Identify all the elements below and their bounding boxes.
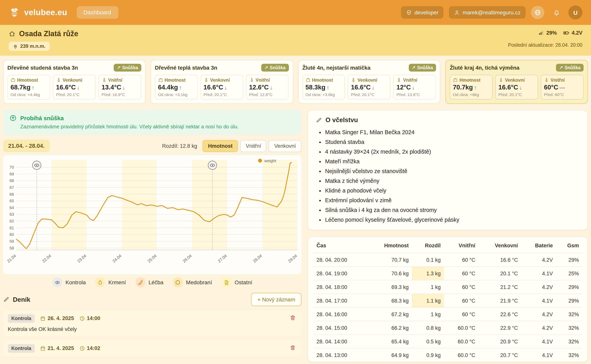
- bee-logo-icon: [9, 6, 20, 18]
- date-range-pill[interactable]: 21.04. - 28.04.: [3, 140, 50, 152]
- metric-icon: [351, 77, 356, 82]
- user-email: marek@realtimeguru.cz: [463, 9, 521, 16]
- metric-sub: Od rána: +3.1kg: [158, 92, 195, 97]
- flow-badge: ↗ Snůška: [556, 64, 584, 72]
- svg-text:27.04: 27.04: [217, 253, 228, 263]
- home-icon: [9, 30, 16, 37]
- svg-text:69: 69: [10, 172, 14, 176]
- hive-name: Dřevěné teplá stavba 3n: [155, 65, 217, 71]
- svg-text:25.04: 25.04: [147, 253, 157, 263]
- metric-value: 16.6°C: [56, 84, 76, 91]
- legend-label: Léčba: [148, 279, 163, 286]
- trend-arrow-icon: ↓: [224, 84, 227, 91]
- droplet-icon: [95, 277, 105, 287]
- metric-value: 12°C: [396, 84, 411, 91]
- hive-cards: Dřevěné studená stavba 3n ↗ Snůška Hmotn…: [0, 56, 591, 105]
- weight-chart[interactable]: 5859606162636465666768697021.0422.0423.0…: [3, 155, 300, 274]
- hive-card[interactable]: Dřevěné studená stavba 3n ↗ Snůška Hmotn…: [3, 60, 146, 104]
- avatar[interactable]: U: [568, 6, 582, 20]
- calendar-icon: [40, 345, 46, 351]
- svg-text:65: 65: [10, 199, 14, 203]
- svg-text:29.04: 29.04: [287, 253, 298, 263]
- entry-date: 26. 4. 2025: [40, 315, 74, 321]
- trend-arrow-icon: ↑: [32, 84, 34, 91]
- hive-card[interactable]: Dřevěné teplá stavba 3n ↗ Snůška Hmotnos…: [151, 60, 293, 104]
- trend-arrow-icon: ↑: [179, 84, 182, 91]
- flow-badge: ↗ Snůška: [114, 64, 141, 72]
- language-button[interactable]: [531, 6, 544, 19]
- brand-name: velubee.eu: [24, 8, 67, 17]
- svg-text:62: 62: [10, 219, 14, 223]
- column-header: Baterie: [521, 238, 556, 253]
- toggle-venkovni[interactable]: Venkovní: [269, 140, 301, 152]
- about-item: Nejsilnější včelstvo ze stanoviště: [325, 166, 580, 176]
- user-email-badge[interactable]: marek@realtimeguru.cz: [449, 6, 526, 19]
- legend-label: Kontrola: [65, 279, 86, 286]
- new-entry-button[interactable]: + Nový záznam: [251, 293, 301, 306]
- delete-entry-button[interactable]: [289, 314, 297, 323]
- metric-label: Venkovní: [505, 78, 525, 82]
- metric-sub: Před: 20.1°C: [203, 92, 240, 97]
- trend-arrow-icon: —: [559, 84, 565, 91]
- table-row: 28. 04. 17:0068.3 kg1.1 kg60 °C21.9 °C4.…: [313, 294, 582, 307]
- entry-date: 21. 4. 2025: [40, 345, 74, 351]
- metric-box: Vnitřní 12.6°C ↓ Před: 12.8°C: [246, 75, 289, 100]
- metric-value: 60°C: [544, 84, 558, 91]
- metric-value: 68.7kg: [11, 84, 31, 91]
- column-header: Čas: [313, 238, 367, 253]
- syringe-icon: [135, 277, 145, 287]
- delete-entry-button[interactable]: [289, 344, 297, 353]
- flow-badge: ↗ Snůška: [409, 64, 436, 72]
- notifications-button[interactable]: [550, 6, 563, 19]
- column-header: Venkovní: [478, 238, 521, 253]
- about-item: Extrémní plodování v zimě: [325, 195, 580, 205]
- about-item: Léčeno pomocí kyseliny šťavelové, glycer…: [325, 215, 580, 224]
- svg-text:26.04: 26.04: [182, 253, 193, 263]
- journal-title: Deník: [13, 296, 30, 303]
- trend-up-icon: ↗: [117, 65, 121, 70]
- chart-controls: 21.04. - 28.04. Rozdíl: 12.8 kg Hmotnost…: [3, 140, 301, 152]
- svg-text:60: 60: [10, 232, 14, 237]
- hive-card[interactable]: Žluté kraj 4n, tichá výměna ↗ Snůška Hmo…: [446, 60, 588, 104]
- trash-icon: [290, 344, 296, 351]
- metric-label: Venkovní: [210, 78, 230, 82]
- svg-text:59: 59: [10, 239, 14, 243]
- svg-text:58: 58: [10, 246, 14, 250]
- svg-text:22.04: 22.04: [41, 253, 52, 263]
- metric-icon: [396, 77, 402, 82]
- journal-entries: Kontrola 26. 4. 2025 14:00 Kontrola vše …: [3, 310, 301, 357]
- entry-type-badge: Kontrola: [8, 344, 35, 352]
- last-update: Poslední aktualizace: 28.04. 20:00: [508, 42, 582, 48]
- hive-card[interactable]: Žluté 4n, nejstarší matička ↗ Snůška Hmo…: [298, 60, 441, 104]
- legend-label: Ostatní: [235, 279, 252, 286]
- column-header: Vnitřní: [444, 238, 478, 253]
- metric-label: Venkovní: [63, 78, 82, 82]
- nav-dashboard[interactable]: Dashboard: [76, 6, 118, 19]
- metric-label: Vnitřní: [403, 78, 417, 82]
- signal-stat: 29%: [538, 30, 557, 36]
- globe-icon: [534, 9, 541, 16]
- metric-box: Hmotnost 64.4kg ↑ Od rána: +3.1kg: [155, 75, 198, 100]
- flow-banner-title: Probíhá snůška: [20, 115, 64, 121]
- hive-name: Dřevěné studená stavba 3n: [7, 65, 78, 71]
- clock-icon: [80, 316, 85, 321]
- toggle-vnitrni[interactable]: Vnitřní: [240, 140, 267, 152]
- chart-area: 5859606162636465666768697021.0422.0423.0…: [3, 155, 301, 274]
- about-card: O včelstvu Matka Singer F1, Milan Bečka …: [308, 110, 588, 230]
- svg-text:64: 64: [10, 205, 14, 210]
- brand[interactable]: velubee.eu: [9, 6, 67, 18]
- battery-icon: [563, 30, 570, 36]
- person-icon: [454, 10, 460, 15]
- altitude-badge: 239 m.n.m.: [9, 42, 50, 51]
- pencil-icon: [3, 296, 9, 303]
- toggle-hmotnost[interactable]: Hmotnost: [203, 140, 238, 152]
- entry-time: 14:02: [80, 345, 100, 351]
- readings-table: ČasHmotnostRozdílVnitřníVenkovníBaterieG…: [313, 238, 582, 362]
- readings-card: ČasHmotnostRozdílVnitřníVenkovníBaterieG…: [308, 236, 588, 362]
- svg-text:23.04: 23.04: [76, 253, 87, 263]
- metric-box: Venkovní 16.6°C ↓ Před: 20.1°C: [53, 75, 96, 100]
- difference-label: Rozdíl: 12.8 kg: [162, 143, 197, 149]
- pencil-icon: [316, 117, 322, 123]
- svg-text:67: 67: [10, 185, 14, 190]
- legend-label: Medobraní: [186, 279, 212, 286]
